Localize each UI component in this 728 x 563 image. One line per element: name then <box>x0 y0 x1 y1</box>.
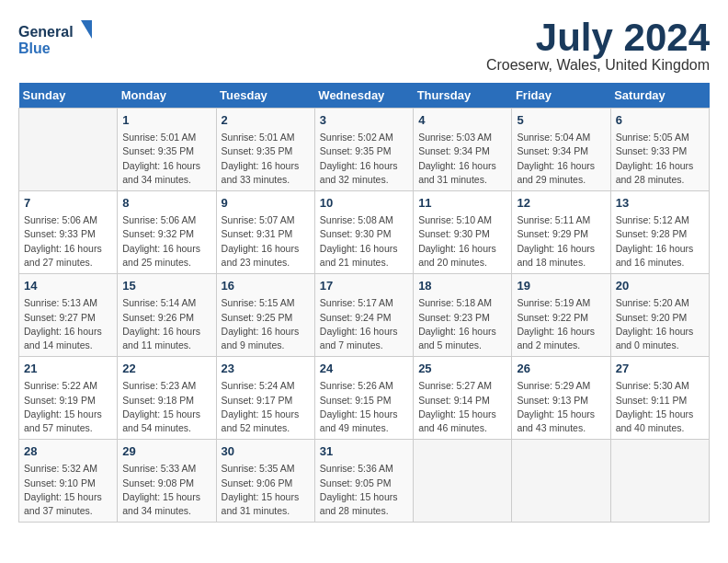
day-cell-4-1: 29Sunrise: 5:33 AM Sunset: 9:08 PM Dayli… <box>118 440 216 523</box>
day-number: 17 <box>320 278 408 294</box>
weekday-header-row: SundayMondayTuesdayWednesdayThursdayFrid… <box>19 83 710 109</box>
day-cell-0-2: 2Sunrise: 5:01 AM Sunset: 9:35 PM Daylig… <box>216 109 314 191</box>
header-saturday: Saturday <box>610 83 709 109</box>
day-cell-0-4: 4Sunrise: 5:03 AM Sunset: 9:34 PM Daylig… <box>414 109 512 191</box>
day-number: 21 <box>24 361 112 377</box>
day-info: Sunrise: 5:05 AM Sunset: 9:33 PM Dayligh… <box>616 131 704 187</box>
day-info: Sunrise: 5:06 AM Sunset: 9:33 PM Dayligh… <box>24 213 112 270</box>
day-info: Sunrise: 5:36 AM Sunset: 9:05 PM Dayligh… <box>320 462 408 518</box>
day-cell-1-2: 9Sunrise: 5:07 AM Sunset: 9:31 PM Daylig… <box>216 191 314 274</box>
day-number: 13 <box>616 195 704 212</box>
day-info: Sunrise: 5:01 AM Sunset: 9:35 PM Dayligh… <box>122 131 210 187</box>
day-cell-1-3: 10Sunrise: 5:08 AM Sunset: 9:30 PM Dayli… <box>314 191 413 274</box>
day-number: 1 <box>122 112 210 129</box>
day-cell-1-5: 12Sunrise: 5:11 AM Sunset: 9:29 PM Dayli… <box>512 191 610 274</box>
header-tuesday: Tuesday <box>216 83 314 109</box>
day-number: 5 <box>517 112 605 129</box>
day-cell-2-2: 16Sunrise: 5:15 AM Sunset: 9:25 PM Dayli… <box>216 274 314 357</box>
day-cell-0-3: 3Sunrise: 5:02 AM Sunset: 9:35 PM Daylig… <box>314 109 413 191</box>
svg-text:General: General <box>18 24 74 40</box>
day-info: Sunrise: 5:10 AM Sunset: 9:30 PM Dayligh… <box>418 213 506 270</box>
day-info: Sunrise: 5:23 AM Sunset: 9:18 PM Dayligh… <box>122 379 210 435</box>
day-cell-4-3: 31Sunrise: 5:36 AM Sunset: 9:05 PM Dayli… <box>314 440 413 523</box>
day-info: Sunrise: 5:06 AM Sunset: 9:32 PM Dayligh… <box>122 213 210 270</box>
day-info: Sunrise: 5:22 AM Sunset: 9:19 PM Dayligh… <box>24 379 112 435</box>
day-info: Sunrise: 5:18 AM Sunset: 9:23 PM Dayligh… <box>418 296 506 352</box>
day-info: Sunrise: 5:02 AM Sunset: 9:35 PM Dayligh… <box>320 131 408 187</box>
day-number: 14 <box>24 278 112 294</box>
day-number: 27 <box>616 361 704 377</box>
day-number: 25 <box>418 361 506 377</box>
day-cell-2-1: 15Sunrise: 5:14 AM Sunset: 9:26 PM Dayli… <box>118 274 216 357</box>
day-number: 4 <box>418 112 506 129</box>
day-cell-4-5 <box>512 440 610 523</box>
day-number: 6 <box>616 112 704 129</box>
day-info: Sunrise: 5:17 AM Sunset: 9:24 PM Dayligh… <box>320 296 408 352</box>
day-cell-3-3: 24Sunrise: 5:26 AM Sunset: 9:15 PM Dayli… <box>314 357 413 440</box>
day-cell-2-5: 19Sunrise: 5:19 AM Sunset: 9:22 PM Dayli… <box>512 274 610 357</box>
day-number: 24 <box>320 361 408 377</box>
day-info: Sunrise: 5:33 AM Sunset: 9:08 PM Dayligh… <box>122 462 210 518</box>
header-monday: Monday <box>118 83 216 109</box>
day-info: Sunrise: 5:14 AM Sunset: 9:26 PM Dayligh… <box>122 296 210 352</box>
day-cell-3-6: 27Sunrise: 5:30 AM Sunset: 9:11 PM Dayli… <box>610 357 709 440</box>
day-number: 12 <box>517 195 605 212</box>
day-number: 9 <box>222 195 310 212</box>
day-number: 3 <box>320 112 408 129</box>
week-row-1: 1Sunrise: 5:01 AM Sunset: 9:35 PM Daylig… <box>19 109 710 191</box>
day-info: Sunrise: 5:03 AM Sunset: 9:34 PM Dayligh… <box>418 131 506 187</box>
day-number: 26 <box>517 361 605 377</box>
day-cell-3-1: 22Sunrise: 5:23 AM Sunset: 9:18 PM Dayli… <box>118 357 216 440</box>
day-info: Sunrise: 5:13 AM Sunset: 9:27 PM Dayligh… <box>24 296 112 352</box>
logo: General Blue <box>18 18 92 64</box>
day-cell-4-4 <box>414 440 512 523</box>
day-number: 28 <box>24 443 112 460</box>
day-info: Sunrise: 5:29 AM Sunset: 9:13 PM Dayligh… <box>517 379 605 435</box>
day-info: Sunrise: 5:01 AM Sunset: 9:35 PM Dayligh… <box>222 131 310 187</box>
day-number: 31 <box>320 443 408 460</box>
day-cell-2-0: 14Sunrise: 5:13 AM Sunset: 9:27 PM Dayli… <box>19 274 118 357</box>
header-section: General Blue July 2024 Croeserw, Wales, … <box>18 18 710 74</box>
day-cell-3-2: 23Sunrise: 5:24 AM Sunset: 9:17 PM Dayli… <box>216 357 314 440</box>
day-cell-0-6: 6Sunrise: 5:05 AM Sunset: 9:33 PM Daylig… <box>610 109 709 191</box>
day-number: 20 <box>616 278 704 294</box>
day-cell-4-0: 28Sunrise: 5:32 AM Sunset: 9:10 PM Dayli… <box>19 440 118 523</box>
header-sunday: Sunday <box>19 83 118 109</box>
day-cell-3-4: 25Sunrise: 5:27 AM Sunset: 9:14 PM Dayli… <box>414 357 512 440</box>
header-wednesday: Wednesday <box>314 83 413 109</box>
day-info: Sunrise: 5:08 AM Sunset: 9:30 PM Dayligh… <box>320 213 408 270</box>
week-row-3: 14Sunrise: 5:13 AM Sunset: 9:27 PM Dayli… <box>19 274 710 357</box>
day-cell-1-6: 13Sunrise: 5:12 AM Sunset: 9:28 PM Dayli… <box>610 191 709 274</box>
month-year-title: July 2024 <box>486 18 710 57</box>
day-info: Sunrise: 5:04 AM Sunset: 9:34 PM Dayligh… <box>517 131 605 187</box>
day-info: Sunrise: 5:32 AM Sunset: 9:10 PM Dayligh… <box>24 462 112 518</box>
week-row-4: 21Sunrise: 5:22 AM Sunset: 9:19 PM Dayli… <box>19 357 710 440</box>
day-info: Sunrise: 5:11 AM Sunset: 9:29 PM Dayligh… <box>517 213 605 270</box>
day-cell-3-0: 21Sunrise: 5:22 AM Sunset: 9:19 PM Dayli… <box>19 357 118 440</box>
day-cell-0-5: 5Sunrise: 5:04 AM Sunset: 9:34 PM Daylig… <box>512 109 610 191</box>
day-cell-0-1: 1Sunrise: 5:01 AM Sunset: 9:35 PM Daylig… <box>118 109 216 191</box>
day-cell-4-6 <box>610 440 709 523</box>
day-info: Sunrise: 5:26 AM Sunset: 9:15 PM Dayligh… <box>320 379 408 435</box>
day-info: Sunrise: 5:15 AM Sunset: 9:25 PM Dayligh… <box>222 296 310 352</box>
header-friday: Friday <box>512 83 610 109</box>
week-row-2: 7Sunrise: 5:06 AM Sunset: 9:33 PM Daylig… <box>19 191 710 274</box>
week-row-5: 28Sunrise: 5:32 AM Sunset: 9:10 PM Dayli… <box>19 440 710 523</box>
day-info: Sunrise: 5:24 AM Sunset: 9:17 PM Dayligh… <box>222 379 310 435</box>
day-info: Sunrise: 5:35 AM Sunset: 9:06 PM Dayligh… <box>222 462 310 518</box>
day-number: 15 <box>122 278 210 294</box>
day-info: Sunrise: 5:19 AM Sunset: 9:22 PM Dayligh… <box>517 296 605 352</box>
day-info: Sunrise: 5:07 AM Sunset: 9:31 PM Dayligh… <box>222 213 310 270</box>
svg-marker-2 <box>81 20 92 39</box>
day-cell-1-0: 7Sunrise: 5:06 AM Sunset: 9:33 PM Daylig… <box>19 191 118 274</box>
day-cell-2-4: 18Sunrise: 5:18 AM Sunset: 9:23 PM Dayli… <box>414 274 512 357</box>
day-info: Sunrise: 5:12 AM Sunset: 9:28 PM Dayligh… <box>616 213 704 270</box>
header-thursday: Thursday <box>414 83 512 109</box>
day-number: 30 <box>222 443 310 460</box>
day-number: 29 <box>122 443 210 460</box>
day-cell-4-2: 30Sunrise: 5:35 AM Sunset: 9:06 PM Dayli… <box>216 440 314 523</box>
location-title: Croeserw, Wales, United Kingdom <box>486 57 710 74</box>
calendar-table: SundayMondayTuesdayWednesdayThursdayFrid… <box>18 83 710 523</box>
day-number: 22 <box>122 361 210 377</box>
day-info: Sunrise: 5:20 AM Sunset: 9:20 PM Dayligh… <box>616 296 704 352</box>
